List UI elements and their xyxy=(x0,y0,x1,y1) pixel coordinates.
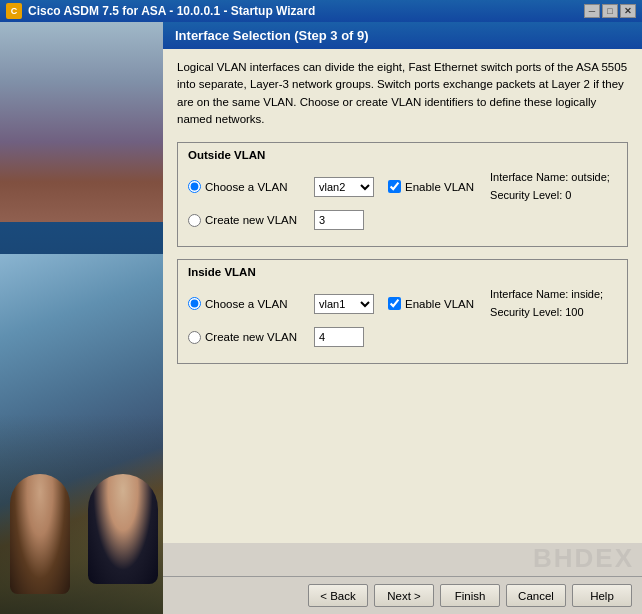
inside-create-label: Create new VLAN xyxy=(205,331,297,343)
person1-silhouette xyxy=(10,474,70,594)
outside-interface-info: Interface Name: outside; Security Level:… xyxy=(490,169,610,204)
inside-enable-label[interactable]: Enable VLAN xyxy=(388,297,474,310)
step-title: Interface Selection (Step 3 of 9) xyxy=(175,28,369,43)
window-controls: ─ □ ✕ xyxy=(584,4,636,18)
close-button[interactable]: ✕ xyxy=(620,4,636,18)
help-button[interactable]: Help xyxy=(572,584,632,607)
inside-create-row: Create new VLAN xyxy=(188,327,617,347)
inside-choose-radio-label[interactable]: Choose a VLAN xyxy=(188,297,308,310)
inside-vlan-section: Inside VLAN Choose a VLAN vlan1 vlan2 vl… xyxy=(177,259,628,364)
description-text: Logical VLAN interfaces can divide the e… xyxy=(177,59,628,128)
main-container: Startup Wizard Interface Selection (Step… xyxy=(0,22,642,614)
back-button[interactable]: < Back xyxy=(308,584,368,607)
finish-button[interactable]: Finish xyxy=(440,584,500,607)
next-button[interactable]: Next > xyxy=(374,584,434,607)
background-building xyxy=(0,22,163,222)
app-icon: C xyxy=(6,3,22,19)
maximize-button[interactable]: □ xyxy=(602,4,618,18)
outside-create-row: Create new VLAN xyxy=(188,210,617,230)
step-header: Interface Selection (Step 3 of 9) xyxy=(163,22,642,49)
inside-choose-radio[interactable] xyxy=(188,297,201,310)
inside-create-radio-label[interactable]: Create new VLAN xyxy=(188,331,308,344)
inside-choose-row: Choose a VLAN vlan1 vlan2 vlan3 Enable V… xyxy=(188,286,617,321)
inside-enable-text: Enable VLAN xyxy=(405,298,474,310)
person2-silhouette xyxy=(88,474,158,584)
outside-enable-text: Enable VLAN xyxy=(405,181,474,193)
cisco-watermark: BHDEX xyxy=(163,543,642,576)
outside-vlan-title: Outside VLAN xyxy=(188,149,617,161)
inside-security-level: Security Level: 100 xyxy=(490,304,603,322)
content-body: Logical VLAN interfaces can divide the e… xyxy=(163,49,642,543)
outside-enable-label[interactable]: Enable VLAN xyxy=(388,180,474,193)
outside-choose-label: Choose a VLAN xyxy=(205,181,287,193)
outside-create-radio-label[interactable]: Create new VLAN xyxy=(188,214,308,227)
outside-new-vlan-input[interactable] xyxy=(314,210,364,230)
inside-create-radio[interactable] xyxy=(188,331,201,344)
inside-new-vlan-input[interactable] xyxy=(314,327,364,347)
outside-vlan-select[interactable]: vlan2 vlan1 vlan3 xyxy=(314,177,374,197)
inside-enable-checkbox[interactable] xyxy=(388,297,401,310)
outside-security-level: Security Level: 0 xyxy=(490,187,610,205)
footer: < Back Next > Finish Cancel Help xyxy=(163,576,642,614)
inside-choose-label: Choose a VLAN xyxy=(205,298,287,310)
outside-choose-row: Choose a VLAN vlan2 vlan1 vlan3 Enable V… xyxy=(188,169,617,204)
sidebar: Startup Wizard xyxy=(0,22,163,614)
outside-vlan-section: Outside VLAN Choose a VLAN vlan2 vlan1 v… xyxy=(177,142,628,247)
outside-interface-name: Interface Name: outside; xyxy=(490,169,610,187)
minimize-button[interactable]: ─ xyxy=(584,4,600,18)
outside-create-radio[interactable] xyxy=(188,214,201,227)
outside-create-label: Create new VLAN xyxy=(205,214,297,226)
outside-choose-radio-label[interactable]: Choose a VLAN xyxy=(188,180,308,193)
title-bar: C Cisco ASDM 7.5 for ASA - 10.0.0.1 - St… xyxy=(0,0,642,22)
sidebar-photo xyxy=(0,254,163,614)
window-title: Cisco ASDM 7.5 for ASA - 10.0.0.1 - Star… xyxy=(28,4,584,18)
outside-enable-checkbox[interactable] xyxy=(388,180,401,193)
inside-interface-name: Interface Name: inside; xyxy=(490,286,603,304)
inside-interface-info: Interface Name: inside; Security Level: … xyxy=(490,286,603,321)
content-area: Interface Selection (Step 3 of 9) Logica… xyxy=(163,22,642,614)
inside-vlan-select[interactable]: vlan1 vlan2 vlan3 xyxy=(314,294,374,314)
inside-vlan-title: Inside VLAN xyxy=(188,266,617,278)
outside-choose-radio[interactable] xyxy=(188,180,201,193)
footer-area: BHDEX < Back Next > Finish Cancel Help xyxy=(163,543,642,614)
cancel-button[interactable]: Cancel xyxy=(506,584,566,607)
